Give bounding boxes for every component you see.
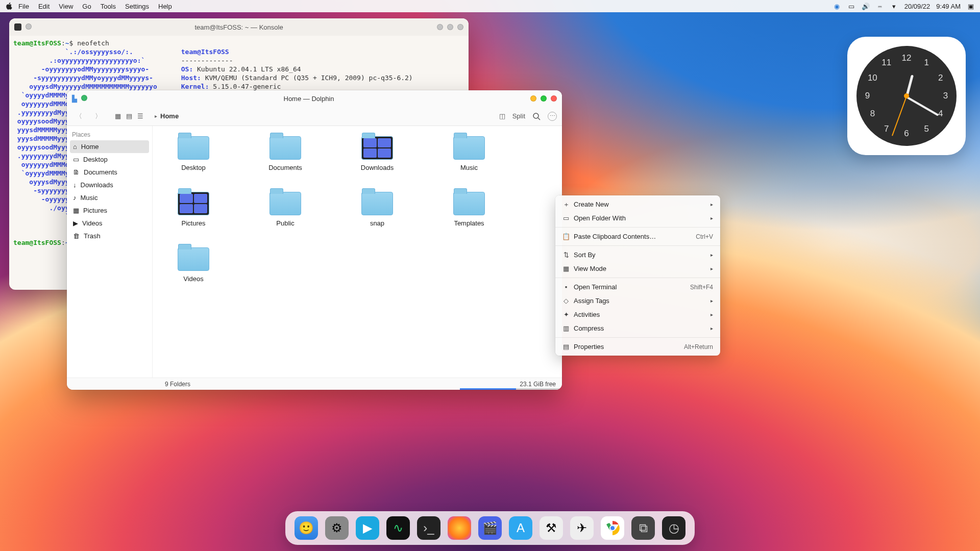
desktop-folder-icon: ▭ [73,156,79,163]
nav-forward-icon[interactable]: 〉 [91,110,105,123]
desktop-icon[interactable]: ▣ [967,2,975,10]
dock-system-monitor[interactable]: ∿ [386,516,410,540]
menubar-time[interactable]: 9:49 AM [936,3,961,10]
menu-go[interactable]: Go [82,3,91,10]
breadcrumb[interactable]: ▸ Home [155,112,179,120]
downloads-icon: ↓ [73,181,77,189]
dock-screenshot[interactable]: ⧉ [631,516,655,540]
network-icon[interactable]: ⎓ [876,2,884,10]
split-label[interactable]: Split [512,112,525,120]
split-icon[interactable]: ◫ [499,112,505,120]
konsole-close[interactable] [457,24,463,30]
shortcut-label: Ctrl+V [696,233,713,240]
sidebar-item-videos[interactable]: ▶Videos [67,217,152,230]
dock-clock[interactable]: ◷ [662,516,685,540]
dock-finder[interactable]: 🙂 [295,516,318,540]
menu-tools[interactable]: Tools [101,3,116,10]
dolphin-titlebar[interactable]: ▙ Home — Dolphin [67,90,562,107]
cm-sort-by[interactable]: ⇅Sort By▸ [555,248,720,262]
chevron-down-icon[interactable]: ▾ [890,2,898,10]
folder-snap[interactable]: snap [352,192,403,227]
battery-icon[interactable]: ▭ [847,2,855,10]
clock-num-11: 11 [881,58,891,68]
folder-downloads[interactable]: Downloads [352,136,403,171]
context-menu: ＋Create New▸ ▭Open Folder With▸ 📋Paste C… [555,195,720,356]
svg-point-4 [610,525,615,531]
separator [555,278,720,278]
clock-num-3: 3 [943,91,948,101]
dock-editor[interactable]: ✈ [570,516,594,540]
pictures-icon: ▦ [73,207,79,214]
cm-assign-tags[interactable]: ◇Assign Tags▸ [555,294,720,308]
menu-settings[interactable]: Settings [125,3,149,10]
dolphin-maximize[interactable] [541,95,547,102]
dolphin-dot [81,95,87,101]
apple-logo-icon[interactable] [5,2,13,10]
svg-point-0 [533,113,538,118]
crumb-home[interactable]: Home [160,112,179,120]
more-icon[interactable]: ⋯ [548,112,557,121]
menu-help[interactable]: Help [158,3,172,10]
cm-view-mode[interactable]: ▦View Mode▸ [555,262,720,276]
menu-view[interactable]: View [59,3,73,10]
cm-paste[interactable]: 📋Paste Clipboard Contents…Ctrl+V [555,230,720,243]
clock-widget[interactable]: 12 1 2 3 4 5 6 7 8 9 10 11 [847,37,966,155]
konsole-minimize[interactable] [437,24,443,30]
bluetooth-icon[interactable]: ◉ [833,2,841,10]
dock: 🙂 ⚙ ▶ ∿ ›_ 🎬 A ⚒ ✈ ⧉ ◷ [285,511,695,545]
cm-open-terminal[interactable]: ▪Open TerminalShift+F4 [555,280,720,294]
chevron-right-icon: ▸ [710,202,713,207]
chevron-right-icon: ▸ [710,215,713,221]
sidebar-item-music[interactable]: ♪Music [67,191,152,204]
plus-icon: ＋ [562,201,570,208]
menubar-date[interactable]: 20/09/22 [904,3,930,10]
folder-desktop[interactable]: Desktop [168,136,219,171]
dock-firefox[interactable] [448,516,471,540]
folder-music[interactable]: Music [444,136,495,171]
dolphin-minimize[interactable] [530,95,536,102]
sidebar-item-documents[interactable]: 🗎Documents [67,166,152,179]
cm-properties[interactable]: ▤PropertiesAlt+Return [555,340,720,354]
svg-line-1 [538,118,540,120]
cm-compress[interactable]: ▥Compress▸ [555,321,720,335]
sidebar-item-home[interactable]: ⌂Home [70,140,149,153]
sidebar-item-trash[interactable]: 🗑Trash [67,230,152,242]
konsole-maximize[interactable] [447,24,453,30]
menu-file[interactable]: File [18,3,29,10]
sidebar-item-downloads[interactable]: ↓Downloads [67,179,152,191]
konsole-titlebar[interactable]: team@ItsFOSS: ~ — Konsole [9,18,469,36]
dock-app-store[interactable]: A [509,516,532,540]
nav-back-icon[interactable]: 〈 [72,110,85,123]
dock-devtool[interactable]: ⚒ [540,516,563,540]
dock-terminal[interactable]: ›_ [417,516,440,540]
volume-icon[interactable]: 🔊 [862,2,870,10]
cm-create-new[interactable]: ＋Create New▸ [555,197,720,211]
dock-settings[interactable]: ⚙ [325,516,349,540]
clock-num-5: 5 [924,124,928,134]
sidebar-item-desktop[interactable]: ▭Desktop [67,153,152,166]
chevron-right-icon: ▸ [710,298,713,304]
dock-video-editor[interactable]: 🎬 [478,516,502,540]
trash-icon: 🗑 [73,232,80,240]
view-compact-icon[interactable]: ▤ [126,112,132,120]
places-header: Places [67,129,152,140]
dolphin-close[interactable] [551,95,557,102]
dock-chrome[interactable] [601,516,624,540]
view-details-icon[interactable]: ☰ [137,112,143,120]
folder-videos[interactable]: Videos [168,247,219,283]
folder-templates[interactable]: Templates [444,192,495,227]
view-icons-icon[interactable]: ▦ [115,112,121,120]
sidebar-item-pictures[interactable]: ▦Pictures [67,204,152,217]
dolphin-content[interactable]: Desktop Documents Downloads Music Pictur… [153,126,562,378]
tag-icon: ◇ [562,297,570,305]
separator [555,227,720,228]
folder-public[interactable]: Public [260,192,311,227]
menu-edit[interactable]: Edit [38,3,50,10]
folder-pictures[interactable]: Pictures [168,192,219,227]
folder-documents[interactable]: Documents [260,136,311,171]
cm-open-with[interactable]: ▭Open Folder With▸ [555,211,720,225]
search-icon[interactable] [532,112,541,120]
chevron-right-icon: ▸ [710,325,713,331]
cm-activities[interactable]: ✦Activities▸ [555,308,720,321]
dock-media-player[interactable]: ▶ [356,516,379,540]
